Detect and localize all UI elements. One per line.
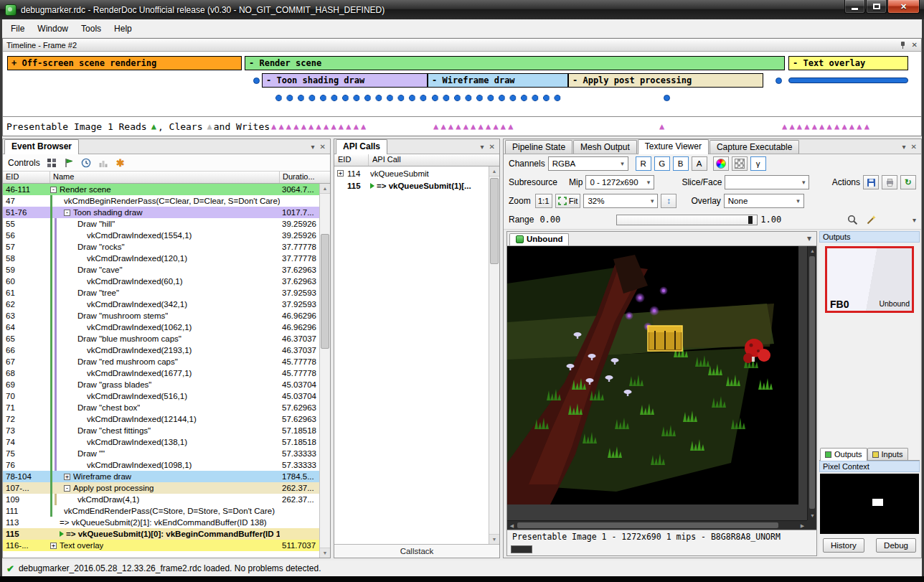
history-button[interactable]: History	[823, 538, 864, 553]
time-clock-icon[interactable]	[80, 157, 92, 169]
tab-pipeline-state[interactable]: Pipeline State	[505, 140, 572, 154]
event-row[interactable]: 55Draw "hill"39.25926	[3, 218, 319, 230]
event-row[interactable]: 59Draw "cave"37.62963	[3, 264, 319, 276]
overlay-select[interactable]: None▾	[724, 194, 804, 208]
scroll-thumb[interactable]	[809, 256, 815, 509]
mip-select[interactable]: 0 - 1272x690▾	[585, 175, 654, 189]
panel-close-icon[interactable]: ✕	[911, 143, 917, 151]
expander-icon[interactable]: -	[64, 485, 70, 492]
timeline-draw-dots-toon[interactable]	[275, 94, 428, 102]
event-row[interactable]: 69Draw "grass blades"45.03704	[3, 379, 319, 390]
event-row[interactable]: 51-76-Toon shading draw1017.7...	[3, 207, 319, 218]
scroll-down-icon[interactable]: ▼	[320, 548, 330, 558]
range-wand-button[interactable]	[863, 212, 879, 227]
event-row[interactable]: 116-...+Text overlay511.7037	[3, 540, 319, 551]
panel-menu-icon[interactable]: ▾	[481, 143, 484, 151]
bookmark-flag-icon[interactable]	[63, 157, 75, 169]
tab-texture-viewer[interactable]: Texture Viewer	[638, 139, 709, 154]
menu-window[interactable]: Window	[31, 22, 75, 36]
expander-icon[interactable]: +	[337, 170, 344, 177]
tab-api-calls[interactable]: API Calls	[336, 139, 387, 154]
event-row[interactable]: 62vkCmdDrawIndexed(342,1)37.92593	[3, 299, 319, 310]
title-bar[interactable]: debugmarker.rdc - RenderDoc Unofficial r…	[0, 0, 924, 19]
scroll-down-icon[interactable]: ▼	[489, 534, 499, 544]
event-browser-scrollbar[interactable]: ▲ ▼	[319, 184, 330, 558]
api-calls-scrollbar[interactable]: ▲ ▼	[489, 166, 499, 544]
event-row[interactable]: 65Draw "blue mushroom caps"46.37037	[3, 333, 319, 344]
event-row[interactable]: 71Draw "chest box"57.62963	[3, 402, 319, 413]
channels-select[interactable]: RGBA▾	[548, 156, 628, 171]
range-slider-handle[interactable]	[748, 216, 753, 224]
debug-button[interactable]: Debug	[876, 538, 916, 553]
colorwheel-button[interactable]	[713, 156, 729, 171]
timeline-draw-dot[interactable]	[776, 78, 782, 84]
panel-close-icon[interactable]: ✕	[489, 143, 495, 151]
scroll-up-icon[interactable]: ▲	[320, 184, 330, 194]
panel-menu-icon[interactable]: ▾	[311, 143, 315, 151]
timeline-bar-toon[interactable]: - Toon shading draw	[262, 73, 428, 88]
event-row[interactable]: 47vkCmdBeginRenderPass(C=Clear, D=Clear,…	[3, 195, 319, 207]
timeline-bar-render-scene[interactable]: - Render scene	[245, 56, 785, 70]
event-row[interactable]: 56vkCmdDrawIndexed(1554,1)39.25926	[3, 230, 319, 241]
sliceface-select[interactable]: ▾	[725, 175, 809, 189]
event-row[interactable]: 73Draw "chest fittings"57.18518	[3, 425, 319, 436]
callstack-section[interactable]: Callstack	[334, 544, 499, 558]
pin-icon[interactable]	[899, 42, 906, 49]
scroll-thumb[interactable]	[321, 234, 329, 349]
column-name[interactable]: Name	[50, 172, 280, 183]
channel-alpha-toggle[interactable]: A	[692, 156, 707, 171]
channel-red-toggle[interactable]: R	[636, 156, 651, 171]
texture-horizontal-scrollbar[interactable]: ◀ ▶	[507, 520, 807, 530]
timeline-bar-offscreen[interactable]: + Off-screen scene rendering	[7, 56, 242, 70]
toolbar-overflow-icon[interactable]: ▾	[913, 216, 916, 224]
tab-mesh-output[interactable]: Mesh Output	[573, 140, 637, 154]
column-api-call[interactable]: API Call	[369, 154, 499, 166]
fit-button[interactable]: Fit	[555, 194, 581, 208]
export-button[interactable]	[882, 175, 897, 189]
expander-icon[interactable]: -	[50, 187, 57, 193]
timeline-bar-text-overlay[interactable]: - Text overlay	[788, 56, 908, 70]
expander-icon[interactable]: +	[64, 474, 70, 480]
timeline-text-overlay-marker[interactable]	[788, 78, 908, 83]
event-row[interactable]: 107-...-Apply post processing262.37...	[3, 482, 319, 494]
filter-grid-icon[interactable]	[46, 157, 57, 169]
timeline-canvas[interactable]: + Off-screen scene rendering - Render sc…	[3, 52, 921, 136]
timeline-usage-row[interactable]: Presentable Image 1 Reads ▲ , Clears ▲ a…	[3, 116, 921, 136]
event-row[interactable]: 113=> vkQueueSubmit(2)[1]: vkEndCommandB…	[3, 517, 319, 528]
event-row[interactable]: 60vkCmdDrawIndexed(60,1)37.62963	[3, 276, 319, 287]
event-row[interactable]: 67Draw "red mushroom caps"45.77778	[3, 356, 319, 367]
menu-file[interactable]: File	[4, 22, 31, 36]
event-row[interactable]: 61Draw "tree"37.92593	[3, 287, 319, 299]
event-row[interactable]: 68vkCmdDrawIndexed(1677,1)45.77778	[3, 367, 319, 379]
timeline-bar-wireframe[interactable]: - Wireframe draw	[428, 73, 568, 88]
event-row[interactable]: 76vkCmdDrawIndexed(1098,1)57.33333	[3, 459, 319, 471]
api-call-row[interactable]: +114vkQueueSubmit	[334, 167, 489, 179]
refresh-button[interactable]: ↻	[900, 175, 916, 189]
texture-image[interactable]	[507, 246, 798, 504]
column-eid[interactable]: EID	[3, 172, 50, 183]
panel-close-icon[interactable]: ✕	[320, 143, 326, 151]
event-row[interactable]: 109vkCmdDraw(4,1)262.37...	[3, 494, 319, 505]
channel-green-toggle[interactable]: G	[654, 156, 670, 171]
event-row[interactable]: 75Draw ""57.33333	[3, 448, 319, 459]
menu-help[interactable]: Help	[108, 22, 138, 36]
background-checker-button[interactable]	[732, 156, 748, 171]
flip-y-button[interactable]: ↕	[661, 194, 676, 208]
tab-inputs[interactable]: Inputs	[867, 448, 908, 460]
expander-icon[interactable]: -	[64, 210, 70, 216]
range-slider[interactable]	[616, 215, 758, 225]
column-eid[interactable]: EID	[334, 154, 369, 166]
event-row[interactable]: 78-104+Wireframe draw1784.5...	[3, 471, 319, 482]
panel-menu-icon[interactable]: ▾	[902, 143, 906, 151]
timeline-draw-dots-wireframe[interactable]	[431, 94, 565, 102]
channel-blue-toggle[interactable]: B	[673, 156, 689, 171]
event-row[interactable]: 111vkCmdEndRenderPass(C=Store, D=Store, …	[3, 505, 319, 517]
texture-viewport[interactable]: ▲ ▼ ◀ ▶	[507, 246, 816, 530]
timeline-draw-dot[interactable]	[253, 78, 260, 84]
settings-star-icon[interactable]: ✱	[115, 157, 126, 169]
tab-outputs[interactable]: Outputs	[820, 448, 867, 461]
close-button[interactable]: ✕	[887, 0, 920, 14]
zoom-1to1-button[interactable]: 1:1	[535, 194, 552, 208]
tab-capture-executable[interactable]: Capture Executable	[710, 140, 799, 154]
gamma-toggle[interactable]: γ	[750, 156, 766, 171]
